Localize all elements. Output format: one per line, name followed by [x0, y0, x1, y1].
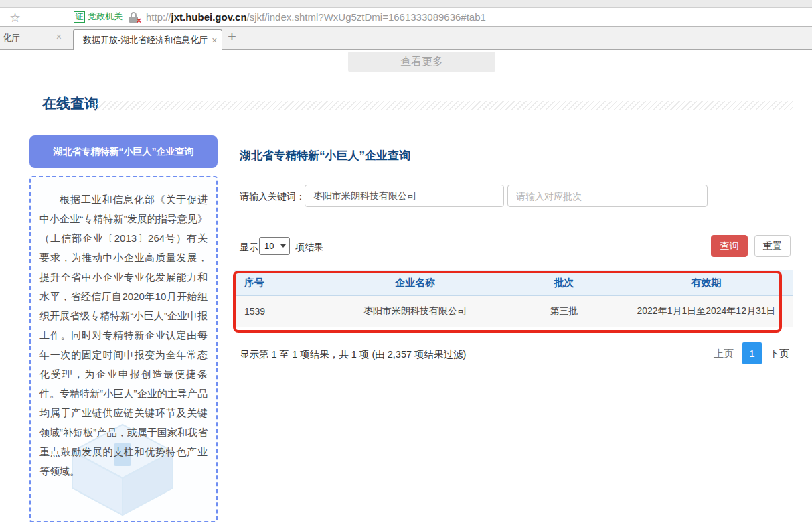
- header-seq: 序号: [234, 270, 321, 295]
- query-panel-title: 湖北省专精特新“小巨人”企业查询: [240, 148, 410, 163]
- pagination-prev[interactable]: 上页: [714, 348, 734, 360]
- cert-icon: 证: [74, 11, 85, 23]
- section-title-stripes: [94, 101, 793, 110]
- header-company: 企业名称: [321, 270, 509, 295]
- header-validity: 有效期: [619, 270, 793, 295]
- cert-label: 党政机关: [88, 11, 123, 23]
- tab-background-close-icon[interactable]: ×: [56, 31, 62, 42]
- url-scheme: http://: [146, 11, 171, 23]
- header-batch: 批次: [509, 270, 619, 295]
- tab-strip: 化厅 × 数据开放-湖北省经济和信息化厅 × +: [0, 27, 812, 50]
- search-button[interactable]: 查询: [711, 235, 748, 257]
- results-info-text: 显示第 1 至 1 项结果，共 1 项 (由 2,357 项结果过滤): [240, 346, 489, 364]
- tab-active-close-icon[interactable]: ×: [212, 35, 217, 46]
- site-cert-badge[interactable]: 证 党政机关: [74, 11, 123, 23]
- table-row: 1539 枣阳市米朗科技有限公司 第三批 2022年1月1日至2024年12月3…: [234, 296, 793, 327]
- sidebar-intro-text: 根据工业和信息化部《关于促进中小企业“专精特新”发展的指导意见》（工信部企业〔2…: [31, 177, 216, 481]
- insecure-lock-icon: ×: [129, 12, 138, 23]
- url-path: /sjkf/index.shtml?WxUg5ztDmi=16613330896…: [247, 11, 486, 23]
- page-size-value: 10: [264, 241, 274, 251]
- keyword-input[interactable]: [305, 185, 504, 207]
- window-top-strip: [0, 0, 812, 8]
- tab-active-title: 数据开放-湖北省经济和信息化厅: [83, 34, 208, 46]
- chevron-down-icon: [280, 244, 286, 248]
- address-bar: ☆ 证 党政机关 × http://jxt.hubei.gov.cn/sjkf/…: [0, 8, 812, 27]
- results-table: 序号 企业名称 批次 有效期 1539 枣阳市米朗科技有限公司 第三批 2022…: [234, 270, 793, 327]
- tab-active[interactable]: 数据开放-湖北省经济和信息化厅 ×: [73, 29, 222, 50]
- title-divider: [444, 157, 793, 157]
- new-tab-button[interactable]: +: [228, 28, 236, 46]
- sidebar-query-tab[interactable]: 湖北省专精特新“小巨人”企业查询: [29, 135, 218, 168]
- pagination-next[interactable]: 下页: [769, 348, 789, 360]
- cell-validity: 2022年1月1日至2024年12月31日: [619, 296, 793, 327]
- url-field[interactable]: http://jxt.hubei.gov.cn/sjkf/index.shtml…: [146, 11, 486, 23]
- cell-company: 枣阳市米朗科技有限公司: [321, 296, 509, 327]
- cell-batch: 第三批: [509, 296, 619, 327]
- tab-background-title: 化厅: [3, 32, 20, 44]
- batch-input[interactable]: [507, 185, 708, 207]
- url-domain: jxt.hubei.gov.cn: [171, 11, 247, 23]
- browser-window: ☆ 证 党政机关 × http://jxt.hubei.gov.cn/sjkf/…: [0, 0, 812, 531]
- lock-cross-icon: ×: [137, 16, 141, 25]
- pagination-current-page[interactable]: 1: [742, 342, 762, 364]
- keyword-label: 请输入关键词：: [240, 191, 305, 203]
- view-more-button[interactable]: 查看更多: [348, 52, 495, 72]
- reset-button[interactable]: 重置: [754, 235, 791, 257]
- section-title: 在线查询: [42, 94, 98, 113]
- page-size-prefix-label: 显示: [240, 242, 258, 254]
- bookmark-star-icon[interactable]: ☆: [9, 10, 21, 25]
- cell-seq: 1539: [234, 296, 321, 327]
- page-size-select[interactable]: 10: [259, 237, 290, 255]
- page-size-suffix-label: 项结果: [295, 242, 323, 254]
- sidebar-intro-panel: 根据工业和信息化部《关于促进中小企业“专精特新”发展的指导意见》（工信部企业〔2…: [29, 176, 218, 522]
- tab-background[interactable]: 化厅 ×: [0, 27, 70, 49]
- table-header-row: 序号 企业名称 批次 有效期: [234, 270, 793, 296]
